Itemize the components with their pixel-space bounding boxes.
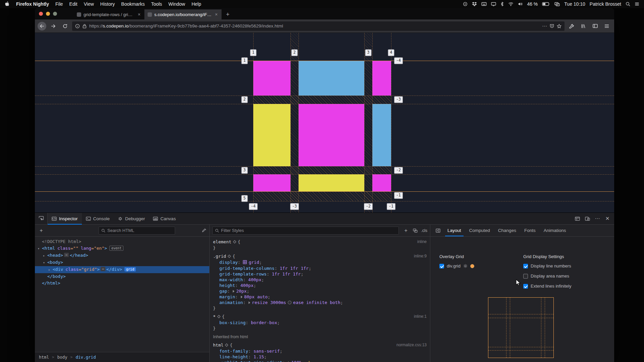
tab-codepen-iframe[interactable]: s.codepen.io/boomerang/iFram × bbox=[145, 9, 222, 19]
grid-settings-gear-icon[interactable] bbox=[463, 264, 468, 268]
tab-layout[interactable]: Layout bbox=[444, 225, 465, 236]
search-html-input[interactable] bbox=[107, 228, 166, 233]
css-declaration[interactable]: height400px bbox=[213, 283, 427, 288]
library-icon[interactable] bbox=[579, 21, 588, 31]
markup-line-head[interactable]: ▸<head>⋯</head> bbox=[35, 252, 209, 259]
checkbox[interactable] bbox=[523, 274, 528, 279]
record-status-icon[interactable] bbox=[463, 2, 468, 6]
setting-display-area-names[interactable]: Display area names bbox=[523, 274, 569, 279]
display-icon[interactable] bbox=[491, 2, 496, 6]
element-picker-icon[interactable] bbox=[35, 213, 48, 224]
notification-center-icon[interactable] bbox=[635, 2, 639, 6]
collapsed-content-chip[interactable]: ⋯ bbox=[64, 253, 69, 257]
menu-history[interactable]: History bbox=[100, 1, 115, 7]
breadcrumb-body[interactable]: body bbox=[57, 355, 67, 360]
bookmark-star-icon[interactable] bbox=[557, 24, 561, 28]
css-declaration[interactable]: line-height1.15 bbox=[213, 354, 427, 360]
tab-debugger[interactable]: Debugger bbox=[114, 213, 149, 224]
selector-highlighter-icon[interactable] bbox=[233, 239, 236, 245]
wifi-icon[interactable] bbox=[508, 2, 514, 6]
volume-icon[interactable] bbox=[518, 2, 523, 6]
twisty-icon[interactable]: ▸ bbox=[48, 266, 53, 273]
grid-badge[interactable]: grid bbox=[124, 267, 136, 272]
menu-tools[interactable]: Tools bbox=[151, 1, 162, 7]
css-declaration[interactable]: -webkit-text-size-adjust100%⚠ bbox=[213, 360, 427, 362]
devtools-menu-icon[interactable]: ⋯ bbox=[593, 216, 602, 222]
sidebar-expand-icon[interactable] bbox=[433, 225, 443, 236]
css-declaration[interactable]: box-sizingborder-box bbox=[213, 320, 427, 325]
tab-animations[interactable]: Animations bbox=[540, 225, 570, 236]
search-html-box[interactable] bbox=[99, 227, 175, 235]
forward-button[interactable] bbox=[49, 21, 58, 31]
rule-source-link[interactable]: inline:9 bbox=[414, 253, 427, 259]
css-declaration[interactable]: grid-template-columns1fr 1fr 1fr bbox=[213, 265, 427, 271]
menu-edit[interactable]: Edit bbox=[69, 1, 77, 7]
menu-help[interactable]: Help bbox=[192, 1, 201, 7]
expand-shorthand-icon[interactable] bbox=[241, 296, 243, 298]
menu-clock[interactable]: Tue 10:10 bbox=[564, 1, 585, 7]
minimize-window-button[interactable] bbox=[46, 12, 50, 16]
rule-source-link[interactable]: inline bbox=[417, 239, 427, 245]
menu-file[interactable]: File bbox=[55, 1, 63, 7]
grid-outline-minimap[interactable] bbox=[488, 297, 554, 358]
setting-extend-lines-infinitely[interactable]: Extend lines infinitely bbox=[523, 284, 571, 289]
dropbox-icon[interactable] bbox=[472, 2, 477, 6]
rule-grid[interactable]: .grid{inline:9 displaygrid grid-template… bbox=[213, 253, 427, 311]
bluetooth-icon[interactable] bbox=[500, 2, 504, 6]
rule-element[interactable]: element{inline } bbox=[213, 239, 427, 251]
markup-line-doctype[interactable]: <!DOCTYPE html> bbox=[35, 238, 209, 245]
css-declaration[interactable]: margin80px auto bbox=[213, 294, 427, 300]
url-text[interactable]: https://s.codepen.io/boomerang/iFrameKey… bbox=[89, 23, 539, 28]
displays-mirror-icon[interactable] bbox=[554, 2, 560, 6]
markup-line-html-close[interactable]: </html> bbox=[35, 280, 209, 287]
hamburger-menu-icon[interactable] bbox=[602, 21, 611, 31]
url-bar[interactable]: https://s.codepen.io/boomerang/iFrameKey… bbox=[72, 21, 565, 31]
site-info-icon[interactable] bbox=[75, 24, 80, 28]
css-declaration[interactable]: animationresize 3000msease infinite both bbox=[213, 300, 427, 305]
collapsed-content-chip[interactable]: ⋯ bbox=[101, 267, 105, 271]
menu-view[interactable]: View bbox=[84, 1, 94, 7]
expand-shorthand-icon[interactable] bbox=[249, 301, 250, 304]
zoom-window-button[interactable] bbox=[53, 12, 57, 16]
back-button[interactable] bbox=[38, 22, 46, 31]
grid-color-swatch[interactable] bbox=[470, 264, 474, 268]
markup-line-html-open[interactable]: ▾<htmlclass=""lang="en">event bbox=[35, 245, 209, 252]
grid-overlay-checkbox[interactable] bbox=[439, 264, 444, 268]
tab-grid-template-rows[interactable]: grid-template-rows / grid-temp × bbox=[74, 9, 145, 19]
eyedropper-icon[interactable] bbox=[202, 228, 207, 233]
apple-logo-icon[interactable] bbox=[5, 1, 10, 7]
reload-button[interactable] bbox=[60, 21, 70, 31]
pseudo-class-panel-icon[interactable] bbox=[413, 229, 418, 233]
page-actions-icon[interactable]: ⋯ bbox=[542, 23, 547, 28]
pick-iframe-icon[interactable] bbox=[573, 217, 582, 221]
lock-icon[interactable] bbox=[83, 24, 87, 28]
css-declaration[interactable]: displaygrid bbox=[213, 259, 427, 265]
add-rule-button[interactable]: + bbox=[402, 228, 410, 234]
selector-highlighter-icon[interactable] bbox=[217, 314, 221, 320]
class-panel-button[interactable]: .cls bbox=[421, 228, 427, 233]
overlay-grid-item[interactable]: div.grid bbox=[439, 263, 474, 268]
css-declaration[interactable]: font-familysans-serif bbox=[213, 348, 427, 354]
keyboard-icon[interactable] bbox=[481, 2, 487, 6]
sidebar-toggle-icon[interactable] bbox=[590, 21, 600, 31]
expand-shorthand-icon[interactable] bbox=[233, 290, 234, 293]
css-declaration[interactable]: gap20px bbox=[213, 288, 427, 294]
checkbox[interactable] bbox=[523, 264, 528, 268]
close-window-button[interactable] bbox=[39, 12, 43, 16]
menu-app-name[interactable]: Firefox Nightly bbox=[16, 1, 49, 7]
tab-computed[interactable]: Computed bbox=[466, 225, 494, 236]
markup-line-body-open[interactable]: ▾<body> bbox=[35, 259, 209, 266]
close-tab-icon[interactable]: × bbox=[137, 12, 141, 17]
selector-highlighter-icon[interactable] bbox=[225, 343, 228, 348]
spotlight-search-icon[interactable] bbox=[626, 2, 630, 6]
menu-user[interactable]: Patrick Brosset bbox=[590, 1, 621, 7]
close-devtools-icon[interactable]: ✕ bbox=[603, 216, 612, 222]
tab-changes[interactable]: Changes bbox=[494, 225, 520, 236]
css-declaration[interactable]: max-width400px bbox=[213, 277, 427, 283]
selector-highlighter-icon[interactable] bbox=[227, 254, 231, 259]
tab-canvas[interactable]: Canvas bbox=[149, 213, 180, 224]
tab-fonts[interactable]: Fonts bbox=[521, 225, 539, 236]
css-declaration[interactable]: grid-template-rows1fr 1fr 1fr bbox=[213, 271, 427, 277]
tab-console[interactable]: Console bbox=[82, 213, 114, 224]
grid-highlighter-icon[interactable] bbox=[243, 260, 247, 265]
